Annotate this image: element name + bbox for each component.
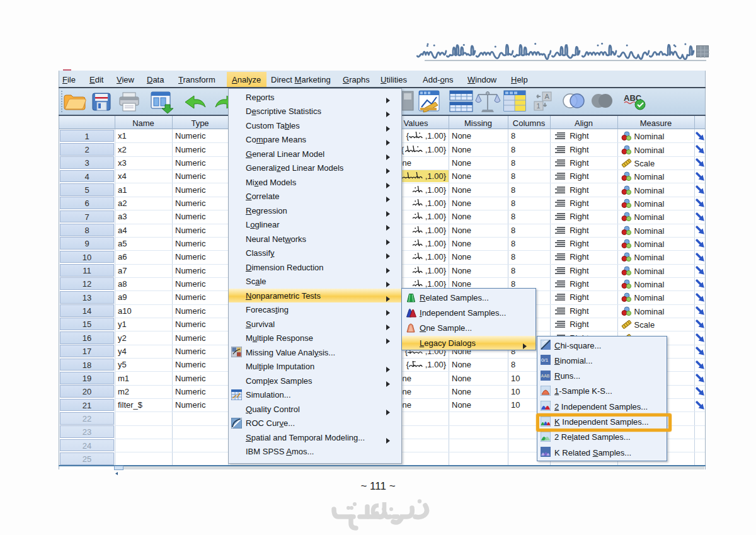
svg-text:A: A	[545, 93, 550, 100]
svg-text:AAB: AAB	[541, 374, 550, 378]
svg-text:1: 1	[537, 102, 541, 110]
svg-text:0/1: 0/1	[541, 357, 549, 363]
